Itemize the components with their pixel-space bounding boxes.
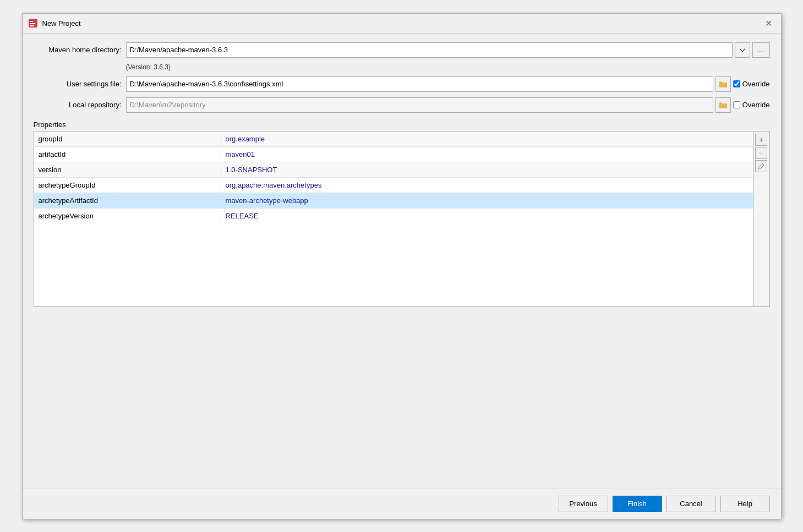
local-repo-override-checkbox[interactable] <box>733 101 740 108</box>
prop-key: artifactId <box>34 147 221 162</box>
title-bar-left: New Project <box>28 18 81 28</box>
finish-button[interactable]: Finish <box>613 496 662 512</box>
dialog-body: Maven home directory: ... (Version: 3.6.… <box>23 34 781 489</box>
table-row[interactable]: archetypeArtifactId maven-archetype-weba… <box>34 193 753 209</box>
maven-home-row: Maven home directory: ... <box>34 42 770 58</box>
user-settings-row: User settings file: Override <box>34 76 770 92</box>
title-bar: New Project ✕ <box>23 14 781 34</box>
maven-home-ellipsis-btn[interactable]: ... <box>752 42 770 58</box>
prop-key: version <box>34 162 221 177</box>
dialog-footer: Previous Finish Cancel Help <box>23 489 781 519</box>
local-repo-row: Local repository: Override <box>34 97 770 113</box>
user-settings-browse-btn[interactable] <box>715 76 731 92</box>
cancel-button[interactable]: Cancel <box>667 496 716 512</box>
prop-value: 1.0-SNAPSHOT <box>221 162 753 177</box>
help-label: Help <box>738 500 752 508</box>
prop-value: maven-archetype-webapp <box>221 193 753 208</box>
table-row[interactable]: archetypeGroupId org.apache.maven.archet… <box>34 178 753 193</box>
chevron-down-icon <box>740 48 745 52</box>
properties-sidebar: + − <box>753 131 769 306</box>
properties-section: Properties groupId org.example artifactI… <box>34 120 770 480</box>
maven-home-input[interactable] <box>126 42 733 58</box>
svg-rect-3 <box>30 25 34 26</box>
cancel-label: Cancel <box>680 500 702 508</box>
local-repo-browse-btn[interactable] <box>715 97 731 113</box>
user-settings-override-checkbox[interactable] <box>733 80 740 87</box>
prop-value: RELEASE <box>221 209 753 224</box>
properties-table: groupId org.example artifactId maven01 v… <box>34 131 753 306</box>
prop-value: org.apache.maven.archetypes <box>221 178 753 193</box>
folder-icon <box>719 80 727 88</box>
local-repo-input-group: Override <box>126 97 770 113</box>
table-row[interactable]: version 1.0-SNAPSHOT <box>34 162 753 178</box>
remove-property-button[interactable]: − <box>755 147 767 159</box>
local-repo-override-label: Override <box>742 101 770 109</box>
add-property-button[interactable]: + <box>755 134 767 146</box>
maven-home-dropdown-btn[interactable] <box>735 42 750 58</box>
user-settings-input-group: Override <box>126 76 770 92</box>
svg-rect-2 <box>30 23 35 24</box>
previous-button[interactable]: Previous <box>559 496 608 512</box>
pencil-icon <box>758 163 764 169</box>
user-settings-override-label: Override <box>742 80 770 88</box>
table-row[interactable]: groupId org.example <box>34 131 753 147</box>
prop-key: groupId <box>34 131 221 146</box>
local-repo-input[interactable] <box>126 97 713 113</box>
new-project-dialog: New Project ✕ Maven home directory: ... … <box>22 13 782 519</box>
maven-home-label: Maven home directory: <box>34 46 122 54</box>
version-note: (Version: 3.6.3) <box>126 63 770 71</box>
properties-label: Properties <box>34 120 770 129</box>
prop-key: archetypeGroupId <box>34 178 221 193</box>
edit-property-button[interactable] <box>755 160 767 172</box>
app-icon <box>28 18 38 28</box>
user-settings-label: User settings file: <box>34 80 122 88</box>
folder-icon <box>719 101 727 109</box>
prop-value: org.example <box>221 131 753 146</box>
local-repo-override-group: Override <box>733 101 770 109</box>
svg-rect-1 <box>30 21 33 22</box>
dialog-title: New Project <box>42 19 81 28</box>
close-button[interactable]: ✕ <box>762 17 775 30</box>
table-row[interactable]: artifactId maven01 <box>34 147 753 162</box>
help-button[interactable]: Help <box>720 496 770 512</box>
user-settings-input[interactable] <box>126 76 713 92</box>
local-repo-label: Local repository: <box>34 101 122 109</box>
table-row[interactable]: archetypeVersion RELEASE <box>34 209 753 224</box>
prop-key: archetypeArtifactId <box>34 193 221 208</box>
finish-label: Finish <box>627 500 647 508</box>
properties-container: groupId org.example artifactId maven01 v… <box>34 131 770 307</box>
previous-label: Previous <box>569 500 597 508</box>
prop-key: archetypeVersion <box>34 209 221 224</box>
maven-home-input-group: ... <box>126 42 770 58</box>
user-settings-override-group: Override <box>733 80 770 88</box>
prop-value: maven01 <box>221 147 753 162</box>
